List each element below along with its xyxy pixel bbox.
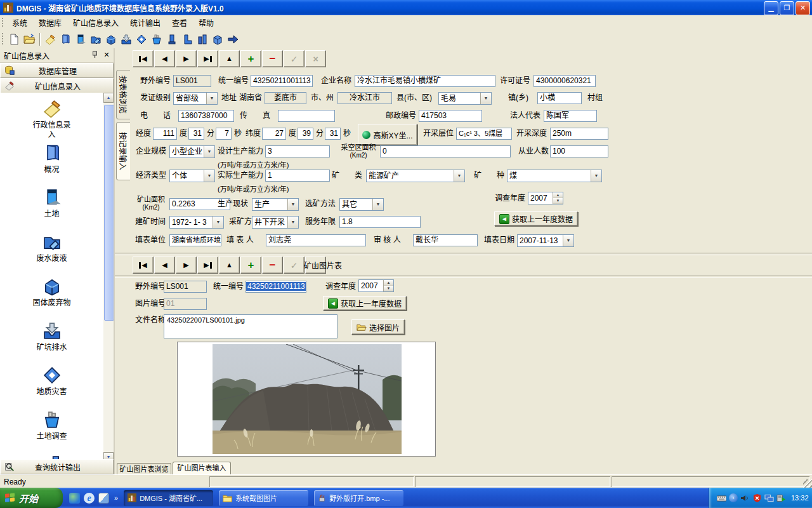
tab-record-input[interactable]: 按记录输入 bbox=[116, 122, 130, 180]
toolbar-wastewater-button[interactable] bbox=[88, 32, 103, 46]
town-input[interactable]: 小横 bbox=[537, 92, 582, 104]
menu-database[interactable]: 数据库 bbox=[33, 15, 67, 30]
dropdown-arrow-icon[interactable]: ▼ bbox=[480, 93, 491, 104]
nav-cancel-button[interactable]: × bbox=[305, 50, 326, 67]
pic-unified-no-input[interactable]: 43250211001113 bbox=[246, 281, 306, 293]
spin-up-icon[interactable]: ▲ bbox=[384, 280, 393, 286]
fill-date-select[interactable]: 2007-11-13▼ bbox=[517, 234, 574, 247]
hide-icons-icon[interactable]: ‹ bbox=[729, 493, 738, 502]
toolbar-admin-entry-button[interactable] bbox=[43, 32, 58, 46]
nav-last-button[interactable]: ▶ bbox=[197, 50, 218, 67]
service-years-input[interactable]: 1.8 bbox=[339, 216, 421, 228]
outlook-icon[interactable] bbox=[98, 493, 109, 504]
toolbar-grip[interactable] bbox=[1, 32, 4, 45]
open-button[interactable] bbox=[22, 32, 37, 46]
mining-depth-input[interactable]: 250m bbox=[550, 128, 608, 140]
dropdown-arrow-icon[interactable]: ▼ bbox=[287, 199, 298, 210]
dropdown-arrow-icon[interactable]: ▼ bbox=[206, 93, 217, 104]
sidebar-scrollbar[interactable]: ▲ ▼ bbox=[103, 93, 114, 462]
lon-min-input[interactable]: 31 bbox=[188, 128, 204, 140]
sidebar-item-mine-drainage[interactable]: 矿坑排水 bbox=[0, 320, 103, 364]
new-button[interactable] bbox=[6, 32, 22, 46]
scrollbar-thumb[interactable] bbox=[104, 105, 114, 321]
keyboard-icon[interactable] bbox=[717, 494, 726, 502]
quick-launch-chevron[interactable]: » bbox=[114, 494, 118, 502]
menu-help[interactable]: 帮助 bbox=[193, 15, 219, 30]
restore-button[interactable]: ❐ bbox=[780, 1, 794, 15]
fax-input[interactable] bbox=[278, 110, 335, 122]
nav-prior-button[interactable]: ◀ bbox=[154, 50, 175, 67]
lon-deg-input[interactable]: 111 bbox=[153, 128, 177, 140]
design-capacity-input[interactable]: 3 bbox=[265, 145, 330, 157]
server-status-icon[interactable] bbox=[776, 494, 786, 502]
dropdown-arrow-icon[interactable]: ▼ bbox=[213, 217, 223, 228]
toolbar-land-survey-button[interactable] bbox=[149, 32, 164, 46]
sidebar-item-admin-entry[interactable]: 行政信息录入 bbox=[0, 98, 103, 142]
network-icon[interactable] bbox=[764, 494, 774, 502]
production-status-select[interactable]: 生产▼ bbox=[252, 198, 299, 211]
menubar-grip[interactable] bbox=[1, 17, 4, 27]
dropdown-arrow-icon[interactable]: ▼ bbox=[204, 170, 214, 182]
sidebar-group-database[interactable]: 数据库管理 bbox=[0, 63, 114, 78]
toolbar-buildings-button[interactable] bbox=[195, 32, 210, 46]
gauss-xy-button[interactable]: 高斯XY坐... bbox=[358, 124, 417, 145]
menu-mine-info-entry[interactable]: 矿山信息录入 bbox=[67, 15, 124, 30]
cert-level-select[interactable]: 省部级▼ bbox=[173, 92, 218, 105]
auditor-input[interactable]: 戴长华 bbox=[413, 234, 478, 246]
pic-nav-post-button[interactable]: ✓ bbox=[284, 257, 304, 274]
actual-capacity-input[interactable]: 1 bbox=[265, 170, 330, 182]
postal-input[interactable]: 417503 bbox=[419, 110, 482, 122]
toolbar-box-button[interactable] bbox=[210, 32, 225, 46]
pic-nav-last-button[interactable]: ▶ bbox=[197, 257, 218, 274]
lat-sec-input[interactable]: 31 bbox=[325, 128, 341, 140]
taskbar-window-bmp[interactable]: 野外版打开.bmp -... bbox=[314, 490, 403, 506]
pic-nav-next-button[interactable]: ▶ bbox=[176, 257, 197, 274]
enterprise-scale-select[interactable]: 小型企业▼ bbox=[169, 145, 215, 158]
pic-nav-insert-button[interactable]: + bbox=[240, 257, 261, 274]
pic-nav-first-button[interactable]: ◀ bbox=[133, 257, 154, 274]
dropdown-arrow-icon[interactable]: ▼ bbox=[454, 170, 464, 182]
toolbar-overview-button[interactable] bbox=[58, 32, 73, 46]
select-picture-button[interactable]: 选择图片 bbox=[351, 319, 405, 335]
toolbar-column-button[interactable] bbox=[164, 32, 180, 46]
goaf-area-input[interactable]: 0 bbox=[380, 145, 511, 157]
sidebar-item-solid-waste[interactable]: 固体废弃物 bbox=[0, 276, 103, 320]
pic-nav-prior-button[interactable]: ◀ bbox=[154, 257, 175, 274]
toolbar-solid-waste-button[interactable] bbox=[103, 32, 119, 46]
lon-sec-input[interactable]: 7 bbox=[216, 128, 232, 140]
dropdown-arrow-icon[interactable]: ▼ bbox=[563, 235, 573, 246]
nav-post-button[interactable]: ✓ bbox=[284, 50, 304, 67]
sidebar-item-overview[interactable]: 概况 bbox=[0, 142, 103, 187]
legal-rep-input[interactable]: 陈国军 bbox=[544, 110, 597, 122]
start-button[interactable]: 开始 bbox=[0, 488, 63, 508]
toolbar-lshape-button[interactable] bbox=[180, 32, 195, 46]
taskbar-window-dmgis[interactable]: DMGIS - 湖南省矿... bbox=[124, 490, 213, 506]
mining-method-select[interactable]: 井下开采▼ bbox=[252, 216, 299, 229]
license-input[interactable]: 4300000620321 bbox=[534, 75, 596, 87]
dropdown-arrow-icon[interactable]: ▼ bbox=[591, 170, 601, 182]
minimize-button[interactable]: ▁ bbox=[764, 1, 778, 15]
spin-down-icon[interactable]: ▼ bbox=[384, 286, 393, 291]
nav-first-button[interactable]: ◀ bbox=[133, 50, 154, 67]
tab-picture-table-input[interactable]: 矿山图片表输入 bbox=[173, 462, 231, 476]
dropdown-arrow-icon[interactable]: ▼ bbox=[287, 217, 298, 228]
taskbar-window-screenshots[interactable]: 系统截图图片 bbox=[219, 490, 308, 506]
lat-min-input[interactable]: 39 bbox=[298, 128, 313, 140]
sidebar-item-land[interactable]: 土地 bbox=[0, 187, 103, 231]
sidebar-group-mine-entry[interactable]: 矿山信息录入 bbox=[0, 78, 114, 93]
phone-input[interactable]: 13607387000 bbox=[178, 110, 234, 122]
mine-class-select[interactable]: 能源矿产▼ bbox=[366, 170, 465, 182]
sidebar-item-land-survey[interactable]: 土地调查 bbox=[0, 409, 103, 453]
dropdown-arrow-icon[interactable]: ▼ bbox=[204, 146, 214, 157]
pic-survey-year-spinner[interactable]: 2007 ▲▼ bbox=[358, 279, 394, 292]
economic-type-select[interactable]: 个体▼ bbox=[169, 170, 215, 182]
scroll-up-icon[interactable]: ▲ bbox=[103, 93, 114, 103]
nav-top-button[interactable]: ▲ bbox=[219, 50, 240, 67]
toolbar-exit-button[interactable] bbox=[225, 32, 240, 46]
volume-icon[interactable] bbox=[740, 494, 750, 502]
unified-no-input[interactable]: 43250211001113 bbox=[251, 75, 313, 87]
dropdown-arrow-icon[interactable]: ▼ bbox=[372, 199, 383, 210]
pic-field-no-input[interactable]: LS001 bbox=[164, 281, 207, 293]
nav-insert-button[interactable]: + bbox=[240, 50, 261, 67]
toolbar-land-button[interactable] bbox=[73, 32, 88, 46]
